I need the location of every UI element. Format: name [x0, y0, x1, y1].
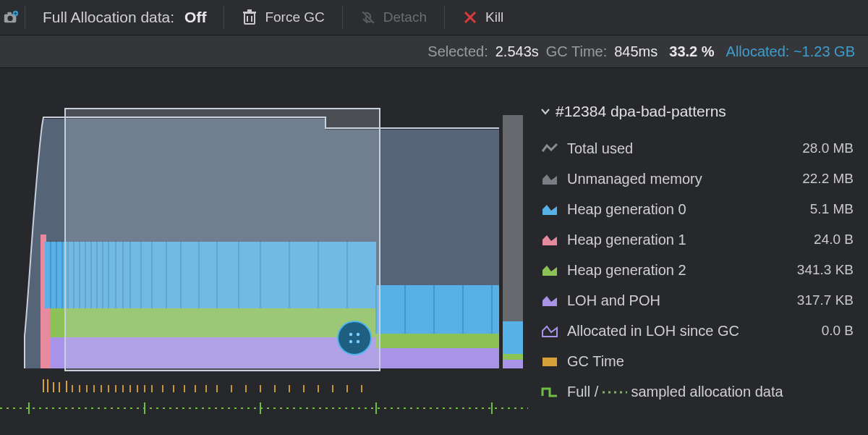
svg-rect-16: [503, 360, 523, 368]
legend-swatch-icon: [541, 384, 558, 399]
legend-value: 341.3 KB: [797, 262, 854, 278]
svg-point-2: [7, 16, 12, 21]
snapshot-settings-button[interactable]: [0, 0, 22, 35]
separator: [444, 6, 445, 29]
legend-swatch-icon: [541, 354, 558, 368]
svg-rect-14: [503, 321, 523, 354]
legend-value: 24.0 B: [814, 232, 854, 248]
separator: [224, 6, 224, 29]
svg-rect-100: [542, 358, 557, 366]
detach-button: Detach: [346, 0, 441, 35]
legend-value: 5.1 MB: [810, 201, 854, 217]
legend-label: Full / sampled allocation data: [567, 384, 845, 400]
svg-point-99: [357, 340, 359, 343]
legend-value: 22.2 MB: [802, 171, 854, 187]
allocation-label: Full Allocation data:: [43, 9, 174, 26]
legend-label: LOH and POH: [567, 292, 788, 309]
detach-icon: [360, 9, 376, 25]
legend-value: 0.0 B: [822, 323, 854, 339]
legend-item-total[interactable]: Total used28.0 MB: [537, 133, 868, 164]
legend-value: 317.7 KB: [797, 292, 854, 308]
process-title: #12384 dpa-bad-patterns: [541, 103, 868, 120]
svg-rect-22: [376, 332, 499, 348]
gc-time-label: GC Time:: [546, 43, 607, 60]
legend-item-gen2[interactable]: Heap generation 2341.3 KB: [537, 255, 868, 285]
trash-icon: [242, 9, 258, 25]
allocated-link[interactable]: Allocated: ~1.23 GB: [726, 43, 855, 60]
kill-button[interactable]: Kill: [448, 0, 518, 35]
legend-swatch-icon: [541, 172, 558, 186]
legend-swatch-icon: [541, 324, 558, 338]
main-content: #12384 dpa-bad-patterns Total used28.0 M…: [0, 90, 868, 435]
gc-time-percent: 33.2 %: [669, 43, 714, 60]
legend-label: Unmanaged memory: [567, 171, 793, 187]
force-gc-label: Force GC: [265, 9, 324, 25]
legend-label: Total used: [567, 140, 793, 157]
separator: [25, 6, 25, 29]
legend-label: Heap generation 1: [567, 232, 805, 248]
legend-item-sampled[interactable]: Full / sampled allocation data: [537, 376, 868, 407]
selected-label: Selected:: [427, 43, 488, 60]
process-title-text: #12384 dpa-bad-patterns: [556, 103, 726, 120]
spacer: [0, 68, 868, 90]
gc-time-value: 845ms: [614, 43, 658, 60]
legend-item-unman[interactable]: Unmanaged memory22.2 MB: [537, 164, 868, 194]
force-gc-button[interactable]: Force GC: [227, 0, 339, 35]
timeline-chart[interactable]: [0, 90, 528, 435]
svg-point-97: [357, 333, 359, 336]
allocation-value: Off: [184, 9, 206, 26]
legend-item-loh[interactable]: LOH and POH317.7 KB: [537, 285, 868, 316]
legend-item-lohgc[interactable]: Allocated in LOH since GC0.0 B: [537, 316, 868, 346]
selected-value: 2.543s: [495, 43, 539, 60]
legend-label: Allocated in LOH since GC: [567, 323, 813, 339]
svg-rect-6: [247, 9, 252, 12]
main-toolbar: Full Allocation data: Off Force GC Detac…: [0, 0, 868, 35]
legend-item-gctime[interactable]: GC Time: [537, 346, 868, 376]
svg-point-96: [349, 333, 352, 336]
detach-label: Detach: [383, 9, 427, 25]
svg-rect-55: [65, 109, 380, 371]
legend-swatch-icon: [541, 141, 558, 156]
svg-rect-24: [376, 285, 499, 334]
legend-swatch-icon: [541, 232, 558, 247]
svg-point-98: [349, 340, 352, 343]
svg-point-95: [338, 321, 371, 355]
legend-swatch-icon: [541, 293, 558, 308]
legend-item-gen1[interactable]: Heap generation 124.0 B: [537, 224, 868, 255]
svg-rect-4: [244, 13, 255, 24]
legend-label: Heap generation 0: [567, 201, 801, 218]
separator: [342, 6, 343, 29]
legend-label: Heap generation 2: [567, 262, 788, 279]
legend-item-gen0[interactable]: Heap generation 05.1 MB: [537, 194, 868, 224]
legend-swatch-icon: [541, 263, 558, 277]
close-icon: [462, 9, 478, 25]
allocation-data-toggle[interactable]: Full Allocation data: Off: [28, 0, 221, 35]
legend-value: 28.0 MB: [802, 140, 854, 156]
kill-label: Kill: [485, 9, 503, 25]
svg-rect-5: [243, 12, 256, 14]
svg-rect-20: [376, 347, 499, 368]
chevron-down-icon: [541, 107, 550, 116]
svg-rect-15: [503, 354, 523, 360]
svg-rect-1: [7, 12, 12, 15]
legend-swatch-icon: [541, 202, 558, 216]
selection-stats-bar: Selected: 2.543s GC Time: 845ms 33.2 % A…: [0, 35, 868, 68]
legend-label: GC Time: [567, 353, 845, 370]
legend-panel: #12384 dpa-bad-patterns Total used28.0 M…: [528, 90, 868, 435]
